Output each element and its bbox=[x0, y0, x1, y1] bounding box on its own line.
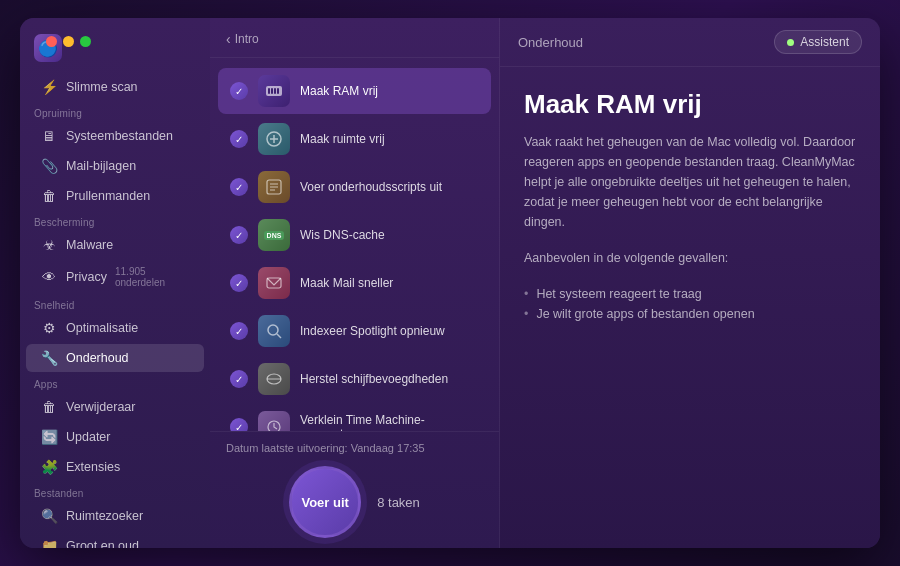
right-content: Maak RAM vrij Vaak raakt het geheugen va… bbox=[500, 67, 880, 548]
sidebar: 🔵 ⚡ Slimme scan Opruiming 🖥 Systeembesta… bbox=[20, 18, 210, 548]
dns-label: DNS bbox=[264, 231, 285, 240]
task-label-timemachine: Verklein Time Machine-momentopnamen bbox=[300, 413, 479, 431]
detail-title: Maak RAM vrij bbox=[524, 89, 856, 120]
task-check-timemachine: ✓ bbox=[230, 418, 248, 431]
sidebar-item-label: Groot en oud bbox=[66, 539, 139, 548]
task-check-dns: ✓ bbox=[230, 226, 248, 244]
onderhoud-icon: 🔧 bbox=[40, 349, 58, 367]
assistant-status-dot bbox=[787, 39, 794, 46]
extensies-icon: 🧩 bbox=[40, 458, 58, 476]
sidebar-item-updater[interactable]: 🔄 Updater bbox=[26, 423, 204, 451]
task-thumb-disk bbox=[258, 363, 290, 395]
task-thumb-mail bbox=[258, 267, 290, 299]
sidebar-item-verwijderaar[interactable]: 🗑 Verwijderaar bbox=[26, 393, 204, 421]
sidebar-item-systeembestanden[interactable]: 🖥 Systeembestanden bbox=[26, 122, 204, 150]
detail-description: Vaak raakt het geheugen van de Mac volle… bbox=[524, 132, 856, 232]
back-chevron-icon: ‹ bbox=[226, 31, 231, 47]
sidebar-item-label: Malware bbox=[66, 238, 113, 252]
systeembestanden-icon: 🖥 bbox=[40, 127, 58, 145]
task-label-space: Maak ruimte vrij bbox=[300, 132, 385, 146]
task-check-scripts: ✓ bbox=[230, 178, 248, 196]
task-label-scripts: Voer onderhoudsscripts uit bbox=[300, 180, 442, 194]
svg-rect-3 bbox=[274, 88, 276, 94]
back-button[interactable]: ‹ Intro bbox=[226, 31, 259, 47]
svg-rect-2 bbox=[271, 88, 273, 94]
section-label-bestanden: Bestanden bbox=[20, 482, 210, 501]
run-button[interactable]: Voer uit bbox=[289, 466, 361, 538]
privacy-badge: 11.905 onderdelen bbox=[115, 266, 190, 288]
bullet-text-1: Het systeem reageert te traag bbox=[536, 287, 701, 301]
sidebar-item-label: Onderhoud bbox=[66, 351, 129, 365]
app-icon: 🔵 bbox=[34, 34, 62, 62]
task-thumb-timemachine bbox=[258, 411, 290, 431]
section-label-bescherming: Bescherming bbox=[20, 211, 210, 230]
task-label-spotlight: Indexeer Spotlight opnieuw bbox=[300, 324, 445, 338]
updater-icon: 🔄 bbox=[40, 428, 58, 446]
sidebar-item-label: Systeembestanden bbox=[66, 129, 173, 143]
sidebar-item-slimme-scan[interactable]: ⚡ Slimme scan bbox=[26, 73, 204, 101]
task-label-mail: Maak Mail sneller bbox=[300, 276, 393, 290]
verwijderaar-icon: 🗑 bbox=[40, 398, 58, 416]
task-label-ram: Maak RAM vrij bbox=[300, 84, 378, 98]
task-check-disk: ✓ bbox=[230, 370, 248, 388]
bullet-item-2: Je wilt grote apps of bestanden openen bbox=[524, 304, 856, 324]
mail-bijlagen-icon: 📎 bbox=[40, 157, 58, 175]
section-label-opruiming: Opruiming bbox=[20, 102, 210, 121]
prullenmanden-icon: 🗑 bbox=[40, 187, 58, 205]
optimalisatie-icon: ⚙ bbox=[40, 319, 58, 337]
sidebar-item-label: Prullenmanden bbox=[66, 189, 150, 203]
section-label-snelheid: Snelheid bbox=[20, 294, 210, 313]
task-item-space[interactable]: ✓ Maak ruimte vrij bbox=[218, 116, 491, 162]
task-item-spotlight[interactable]: ✓ Indexeer Spotlight opnieuw bbox=[218, 308, 491, 354]
task-thumb-spotlight bbox=[258, 315, 290, 347]
right-header-title: Onderhoud bbox=[518, 35, 583, 50]
sidebar-item-label: Extensies bbox=[66, 460, 120, 474]
sidebar-item-label: Verwijderaar bbox=[66, 400, 135, 414]
sidebar-item-ruimtezoeker[interactable]: 🔍 Ruimtezoeker bbox=[26, 502, 204, 530]
bullet-list: Het systeem reageert te traag Je wilt gr… bbox=[524, 284, 856, 324]
sidebar-item-malware[interactable]: ☣ Malware bbox=[26, 231, 204, 259]
assistant-button[interactable]: Assistent bbox=[774, 30, 862, 54]
sidebar-item-label: Privacy bbox=[66, 270, 107, 284]
back-label: Intro bbox=[235, 32, 259, 46]
task-item-disk[interactable]: ✓ Herstel schijfbevoegdheden bbox=[218, 356, 491, 402]
task-item-mail[interactable]: ✓ Maak Mail sneller bbox=[218, 260, 491, 306]
task-check-ram: ✓ bbox=[230, 82, 248, 100]
task-item-dns[interactable]: ✓ DNS Wis DNS-cache bbox=[218, 212, 491, 258]
task-label-dns: Wis DNS-cache bbox=[300, 228, 385, 242]
sidebar-top: 🔵 bbox=[20, 30, 210, 72]
sidebar-item-label: Optimalisatie bbox=[66, 321, 138, 335]
sidebar-item-groot-en-oud[interactable]: 📁 Groot en oud bbox=[26, 532, 204, 548]
svg-rect-4 bbox=[277, 88, 279, 94]
sidebar-item-privacy[interactable]: 👁 Privacy 11.905 onderdelen bbox=[26, 261, 204, 293]
task-check-space: ✓ bbox=[230, 130, 248, 148]
svg-line-12 bbox=[277, 334, 281, 338]
date-label: Datum laatste uitvoering: Vandaag 17:35 bbox=[226, 442, 425, 454]
sidebar-item-prullenmanden[interactable]: 🗑 Prullenmanden bbox=[26, 182, 204, 210]
sidebar-item-label: Mail-bijlagen bbox=[66, 159, 136, 173]
middle-panel: ‹ Intro ✓ Maak RAM vrij ✓ bbox=[210, 18, 500, 548]
middle-header: ‹ Intro bbox=[210, 18, 499, 58]
groot-en-oud-icon: 📁 bbox=[40, 537, 58, 548]
sidebar-item-onderhoud[interactable]: 🔧 Onderhoud bbox=[26, 344, 204, 372]
svg-rect-1 bbox=[268, 88, 270, 94]
svg-point-11 bbox=[268, 325, 278, 335]
task-item-ram[interactable]: ✓ Maak RAM vrij bbox=[218, 68, 491, 114]
task-check-spotlight: ✓ bbox=[230, 322, 248, 340]
sidebar-item-label: Ruimtezoeker bbox=[66, 509, 143, 523]
sidebar-item-mail-bijlagen[interactable]: 📎 Mail-bijlagen bbox=[26, 152, 204, 180]
tasks-count: 8 taken bbox=[377, 495, 420, 510]
run-section: Voer uit 8 taken bbox=[289, 466, 420, 538]
task-thumb-space bbox=[258, 123, 290, 155]
task-item-timemachine[interactable]: ✓ Verklein Time Machine-momentopnamen bbox=[218, 404, 491, 431]
sidebar-item-optimalisatie[interactable]: ⚙ Optimalisatie bbox=[26, 314, 204, 342]
sidebar-item-label: Slimme scan bbox=[66, 80, 138, 94]
task-list: ✓ Maak RAM vrij ✓ Maak ruimte vrij bbox=[210, 58, 499, 431]
task-item-scripts[interactable]: ✓ Voer onderhoudsscripts uit bbox=[218, 164, 491, 210]
task-label-disk: Herstel schijfbevoegdheden bbox=[300, 372, 448, 386]
bullet-item-1: Het systeem reageert te traag bbox=[524, 284, 856, 304]
malware-icon: ☣ bbox=[40, 236, 58, 254]
sidebar-item-extensies[interactable]: 🧩 Extensies bbox=[26, 453, 204, 481]
task-thumb-ram bbox=[258, 75, 290, 107]
bullet-text-2: Je wilt grote apps of bestanden openen bbox=[536, 307, 754, 321]
